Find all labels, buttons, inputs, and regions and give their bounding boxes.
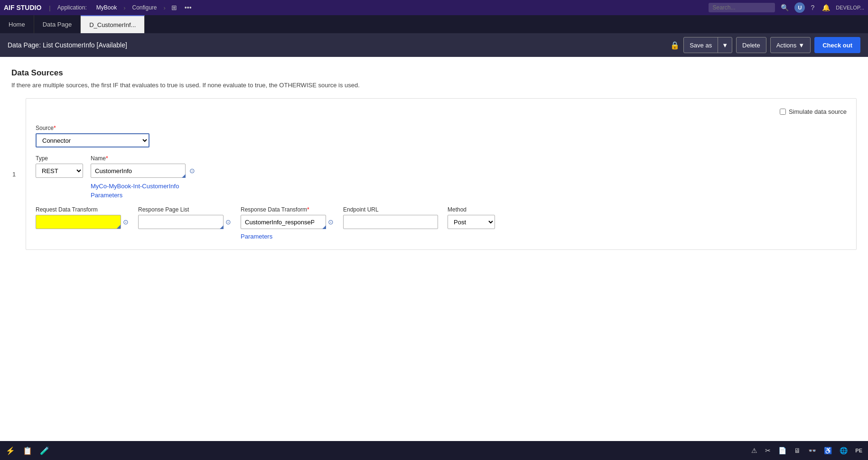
name-label: Name*: [91, 155, 195, 162]
top-navbar: AIF STUDIO | Application: MyBook › Confi…: [0, 0, 868, 15]
type-field-group: Type REST: [36, 155, 83, 178]
response-page-list-label: Response Page List: [138, 206, 231, 213]
request-transform-group: Request Data Transform ⊙: [36, 206, 129, 229]
search-input[interactable]: [709, 3, 775, 12]
connector-link[interactable]: MyCo-MyBook-Int-CustomerInfo: [91, 183, 179, 190]
endpoint-url-label: Endpoint URL: [343, 206, 438, 213]
name-field-group: Name* ⊙ MyCo-MyBook-Int-CustomerInfo: [91, 155, 195, 199]
endpoint-url-input[interactable]: [343, 215, 438, 229]
method-select[interactable]: Post Get Put Delete Patch: [448, 215, 495, 229]
response-data-input-container: [241, 215, 326, 229]
name-input[interactable]: [91, 164, 186, 178]
request-transform-label: Request Data Transform: [36, 206, 129, 213]
page-title: Data Page: List CustomerInfo [Available]: [8, 41, 666, 49]
nav-more-icon[interactable]: •••: [183, 3, 194, 12]
section-title: Data Sources: [11, 68, 857, 78]
main-content: Data Sources If there are multiple sourc…: [0, 57, 868, 441]
nav-app-name[interactable]: MyBook: [93, 3, 120, 12]
source-field-group: Source* Connector: [36, 125, 847, 147]
type-select[interactable]: REST: [36, 164, 83, 178]
nav-grid-icon[interactable]: ⊞: [169, 3, 179, 12]
save-as-dropdown-arrow[interactable]: ▼: [718, 37, 732, 53]
response-data-transform-input[interactable]: [241, 215, 326, 229]
response-data-transform-group: Response Data Transform* ⊙ Parameters: [241, 206, 334, 240]
response-page-blue-triangle: [220, 225, 224, 229]
checkout-button[interactable]: Check out: [814, 37, 860, 53]
type-name-row: Type REST Name*: [36, 155, 847, 199]
save-as-label[interactable]: Save as: [684, 37, 718, 53]
actions-button[interactable]: Actions ▼: [770, 37, 811, 53]
request-transform-input[interactable]: [36, 215, 121, 229]
simulate-checkbox[interactable]: [780, 109, 786, 115]
tab-home[interactable]: Home: [0, 15, 34, 33]
nav-application-label: Application:: [55, 3, 90, 12]
tab-data-page[interactable]: Data Page: [34, 15, 81, 33]
app-logo: AIF STUDIO: [4, 4, 41, 11]
tab-bar: Home Data Page D_CustomerInf...: [0, 15, 868, 33]
datasource-panel: Simulate data source Source* Connector T…: [26, 98, 857, 250]
response-data-settings-icon[interactable]: ⊙: [328, 218, 334, 226]
request-blue-triangle: [117, 225, 121, 229]
simulate-label[interactable]: Simulate data source: [789, 108, 847, 115]
method-group: Method Post Get Put Delete Patch: [448, 206, 495, 229]
user-avatar[interactable]: U: [794, 2, 805, 13]
response-page-settings-icon[interactable]: ⊙: [225, 218, 231, 226]
datasource-panel-outer: 1 Simulate data source Source* Connector: [26, 98, 857, 250]
simulate-row: Simulate data source: [36, 108, 847, 115]
actions-dropdown-icon: ▼: [798, 42, 804, 49]
help-icon[interactable]: ?: [809, 3, 816, 12]
section-desc: If there are multiple sources, the first…: [11, 82, 857, 89]
source-select[interactable]: Connector: [36, 133, 149, 147]
nav-configure[interactable]: Configure: [129, 3, 159, 12]
name-settings-icon[interactable]: ⊙: [189, 167, 195, 175]
search-icon[interactable]: 🔍: [779, 3, 791, 12]
name-input-container: [91, 164, 186, 178]
response-page-list-input[interactable]: [138, 215, 224, 229]
fields-bottom-row: Request Data Transform ⊙ Response Page L…: [36, 206, 847, 240]
method-label: Method: [448, 206, 495, 213]
endpoint-url-group: Endpoint URL: [343, 206, 438, 229]
response-data-transform-label: Response Data Transform*: [241, 206, 334, 213]
name-blue-triangle: [182, 174, 186, 178]
form-section: Source* Connector Type REST: [36, 125, 847, 240]
notification-icon[interactable]: 🔔: [820, 3, 832, 12]
source-label: Source*: [36, 125, 847, 131]
tab-d-customerinfo[interactable]: D_CustomerInf...: [81, 15, 145, 33]
response-parameters-link[interactable]: Parameters: [241, 233, 272, 240]
request-settings-icon[interactable]: ⊙: [123, 218, 129, 226]
type-label: Type: [36, 155, 83, 162]
response-page-list-input-container: [138, 215, 224, 229]
dev-label: DEVELOP...: [836, 5, 864, 10]
toolbar: Data Page: List CustomerInfo [Available]…: [0, 33, 868, 57]
save-as-button[interactable]: Save as ▼: [683, 37, 732, 53]
response-data-blue-triangle: [322, 225, 326, 229]
lock-icon[interactable]: 🔒: [670, 41, 680, 50]
row-number: 1: [12, 171, 16, 178]
parameters-link[interactable]: Parameters: [91, 192, 122, 199]
response-page-list-group: Response Page List ⊙: [138, 206, 231, 229]
delete-button[interactable]: Delete: [736, 37, 766, 53]
